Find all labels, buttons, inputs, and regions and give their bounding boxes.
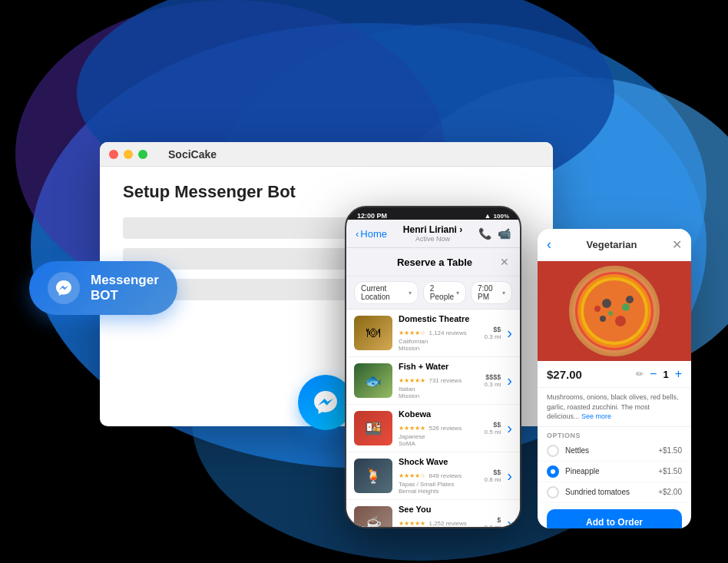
restaurant-name-kobewa: Kobewa	[399, 409, 478, 419]
chevron-left-icon: ‹	[356, 228, 359, 240]
pizza-card-close-button[interactable]: ✕	[672, 237, 682, 252]
option-radio-sundried[interactable]	[547, 486, 559, 498]
wifi-icon: ▲	[485, 212, 491, 220]
battery-icon: 100%	[494, 213, 509, 220]
cuisine-domestic: Californian	[399, 338, 428, 345]
phone-video-icon[interactable]: 📹	[498, 227, 511, 240]
svg-point-15	[608, 311, 613, 316]
price-domestic: $$	[485, 326, 501, 333]
option-item-nettles[interactable]: Nettles +$1.50	[538, 441, 691, 462]
pizza-card-title: Vegetarian	[587, 239, 637, 250]
messenger-bot-button[interactable]: Messenger BOT	[29, 261, 177, 315]
distance-domestic: 0.3 mi	[485, 333, 501, 340]
svg-point-10	[584, 280, 645, 342]
phone-contact-name: Henri Liriani ›	[387, 224, 478, 235]
option-name-pineapple: Pineapple	[565, 467, 652, 475]
restaurant-name-shock: Shock Wave	[399, 457, 478, 466]
list-item[interactable]: 🍱 Kobewa ★★★★★ 526 reviews Japanese SoMA…	[346, 405, 520, 452]
reserve-modal-header: Reserve a Table ✕	[346, 248, 520, 277]
chevron-down-icon-2: ▾	[456, 290, 459, 296]
restaurant-image-seeyou: ☕	[354, 506, 392, 528]
options-label: OPTIONS	[538, 427, 691, 441]
option-item-sundried[interactable]: Sundried tomatoes +$2.00	[538, 482, 691, 503]
pizza-card-back-icon[interactable]: ‹	[547, 237, 551, 253]
cuisine-shock: Tapas / Small Plates	[399, 481, 454, 488]
phone-time: 12:00 PM	[357, 212, 387, 220]
messenger-bot-label-line2: BOT	[91, 288, 159, 303]
price-kobewa: $$	[485, 421, 501, 429]
page-title: Setup Messenger Bot	[123, 182, 530, 202]
reviews-seeyou: 1,252 reviews	[429, 520, 466, 527]
reserve-filters: Current Location ▾ 2 People ▾ 7:00 PM ▾	[346, 277, 520, 310]
stars-kobewa: ★★★★★	[399, 425, 425, 432]
browser-titlebar: SociCake	[100, 142, 553, 167]
pizza-image	[538, 261, 691, 361]
reserve-modal-close-button[interactable]: ✕	[500, 256, 509, 268]
filter-location-label: Current Location	[361, 284, 406, 301]
quantity-decrease-button[interactable]: −	[650, 367, 657, 381]
see-more-link[interactable]: See more	[581, 412, 611, 420]
list-item[interactable]: 🍹 Shock Wave ★★★★☆ 849 reviews Tapas / S…	[346, 452, 520, 500]
quantity-control: ✏ − 1 +	[636, 367, 682, 381]
option-radio-nettles[interactable]	[547, 445, 559, 457]
restaurant-meta-kobewa: Japanese	[399, 433, 478, 440]
restaurant-name-seeyou: See You	[399, 505, 478, 514]
restaurant-info-seeyou: See You ★★★★★ 1,252 reviews American Mis…	[399, 505, 478, 528]
pencil-icon: ✏	[636, 369, 644, 379]
svg-point-14	[615, 316, 626, 326]
add-to-order-button[interactable]: Add to Order	[547, 509, 682, 528]
option-price-nettles: +$1.50	[658, 446, 682, 455]
phone-contact: Henri Liriani › Active Now	[387, 224, 478, 243]
stars-seeyou: ★★★★★	[399, 520, 425, 527]
price-seeyou: $	[485, 516, 501, 524]
location-kobewa: SoMA	[399, 440, 415, 447]
location-domestic: Mission	[399, 345, 419, 352]
price-dist-domestic: $$ 0.3 mi	[485, 326, 501, 340]
restaurant-location-domestic: Mission	[399, 345, 478, 352]
distance-shock: 0.8 mi	[485, 476, 501, 483]
reviews-fish: 731 reviews	[429, 377, 462, 384]
phone-header: ‹ Home Henri Liriani › Active Now 📞 📹	[346, 220, 520, 248]
reserve-table-modal: Reserve a Table ✕ Current Location ▾ 2 P…	[346, 248, 520, 528]
filter-location[interactable]: Current Location ▾	[354, 281, 419, 304]
price-dist-seeyou: $ 0.8 mi	[485, 516, 501, 528]
svg-point-17	[594, 306, 601, 312]
quantity-value: 1	[663, 369, 668, 380]
list-item[interactable]: 🐟 Fish + Water ★★★★★ 731 reviews Italian…	[346, 357, 520, 405]
restaurant-name-domestic: Domestic Theatre	[399, 314, 478, 323]
option-item-pineapple[interactable]: Pineapple +$1.50	[538, 462, 691, 482]
location-shock: Bernal Heights	[399, 488, 438, 495]
distance-fish: 0.3 mi	[485, 381, 501, 388]
restaurant-image-kobewa: 🍱	[354, 411, 392, 445]
option-price-sundried: +$2.00	[658, 488, 682, 496]
restaurant-meta-fish: Italian	[399, 386, 478, 392]
window-close-dot[interactable]	[109, 150, 118, 159]
svg-point-12	[622, 303, 630, 311]
phone-mockup: 12:00 PM ▲ 100% ‹ Home Henri Liriani › A…	[345, 206, 521, 528]
restaurant-name-fish: Fish + Water	[399, 362, 478, 371]
distance-seeyou: 0.8 mi	[485, 524, 501, 528]
phone-status-icons: ▲ 100%	[485, 212, 509, 220]
phone-contact-status: Active Now	[387, 235, 478, 243]
reviews-domestic: 1,124 reviews	[429, 330, 466, 336]
window-maximize-dot[interactable]	[138, 150, 147, 159]
reviews-shock: 849 reviews	[429, 472, 462, 479]
quantity-increase-button[interactable]: +	[675, 367, 682, 381]
distance-kobewa: 0.5 mi	[485, 429, 501, 435]
phone-call-icon[interactable]: 📞	[478, 227, 491, 240]
filter-time[interactable]: 7:00 PM ▾	[471, 281, 512, 304]
price-dist-shock: $$ 0.8 mi	[485, 469, 501, 483]
window-minimize-dot[interactable]	[124, 150, 133, 159]
arrow-right-icon-shock: ›	[507, 467, 512, 485]
price-shock: $$	[485, 469, 501, 476]
list-item[interactable]: 🍽 Domestic Theatre ★★★★☆ 1,124 reviews C…	[346, 310, 520, 357]
arrow-right-icon-fish: ›	[507, 372, 512, 389]
location-fish: Mission	[399, 392, 419, 399]
option-radio-pineapple[interactable]	[547, 465, 559, 478]
phone-back-button[interactable]: ‹ Home	[356, 228, 387, 240]
filter-people[interactable]: 2 People ▾	[423, 281, 466, 304]
list-item[interactable]: ☕ See You ★★★★★ 1,252 reviews American M…	[346, 500, 520, 528]
pizza-price-row: $27.00 ✏ − 1 +	[538, 361, 691, 388]
stars-domestic: ★★★★☆	[399, 330, 425, 336]
reserve-modal-title: Reserve a Table	[369, 257, 500, 268]
